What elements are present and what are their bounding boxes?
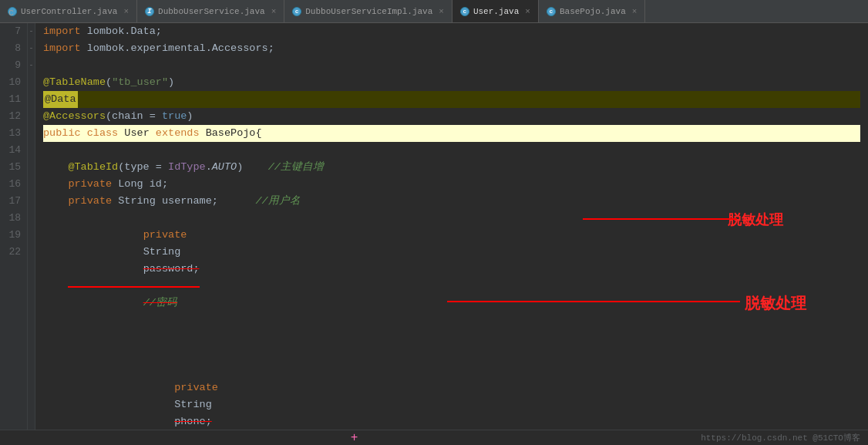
sensitivity-label: 脱敏处理 (728, 211, 783, 228)
strikethrough-line (68, 286, 199, 288)
code-line-7: import lombok.experimental.Accessors; (43, 40, 860, 57)
classname-basepojo: BasePojo{ (206, 125, 262, 142)
comment-username: //用户名 (255, 193, 300, 210)
classname-user: User (124, 125, 156, 142)
footer-url: https://blog.csdn.net @51CTO博客 (701, 432, 860, 443)
tab-icon-c4: c (547, 7, 556, 16)
gutter: - - - (28, 23, 35, 430)
tab-close[interactable]: × (439, 7, 444, 16)
tab-user-java[interactable]: c User.java × (453, 0, 539, 23)
tab-close[interactable]: × (123, 7, 129, 16)
code-line: import lombok.Data; (43, 23, 860, 40)
code-content[interactable]: import lombok.Data; import lombok.experi… (35, 23, 868, 430)
tab-dubbo-service[interactable]: I DubboUserService.java × (137, 0, 284, 23)
line-numbers: 7 8 9 10 11 12 13 14 15 16 17 18 19 22 (0, 23, 28, 430)
tab-close[interactable]: × (271, 7, 277, 16)
annotation-accessors: @Accessors (43, 108, 106, 125)
keyword: import (43, 40, 81, 57)
code-editor[interactable]: 7 8 9 10 11 12 13 14 15 16 17 18 19 22 (0, 23, 868, 445)
kw-public: public (43, 125, 87, 142)
tab-icon-c3: c (460, 7, 469, 16)
comment-pk: //主键自增 (268, 159, 324, 176)
code-line-12: public class User extends BasePojo{ (43, 125, 860, 142)
code-line-11: @Accessors(chain = true) (43, 108, 860, 125)
tab-label: UserController.java (21, 7, 117, 16)
editor-footer: + https://blog.csdn.net @51CTO博客 (0, 430, 868, 445)
kw-class: class (87, 125, 125, 142)
tab-user-controller[interactable]: c UserController.java × (0, 0, 137, 23)
tab-icon-i: I (145, 7, 154, 16)
code-line-14: @TableId (type = IdType . AUTO ) //主键自增 (43, 159, 860, 176)
code-area: 7 8 9 10 11 12 13 14 15 16 17 18 19 22 (0, 23, 868, 430)
code-line-13 (43, 142, 860, 159)
kw-extends: extends (156, 125, 206, 142)
tab-close[interactable]: × (525, 7, 530, 16)
code-line-9: @TableName("tb_user") (43, 74, 860, 91)
arrow-line (583, 217, 737, 221)
code-line-10: @Data (43, 91, 860, 108)
keyword-import: import (43, 23, 81, 40)
tab-bar: c UserController.java × I DubboUserServi… (0, 0, 868, 23)
tab-label: DubboUserServiceImpl.java (305, 7, 432, 16)
tab-label: User.java (473, 7, 519, 16)
kw-private: private (68, 176, 118, 193)
tab-icon-c: c (8, 7, 17, 16)
tab-close[interactable]: × (632, 7, 638, 16)
code-line-18: private String phone; //电话 (43, 362, 860, 430)
tab-icon-c2: c (292, 7, 301, 16)
code-line-16: private String username; //用户名 (43, 193, 860, 210)
plus-icon: + (351, 431, 358, 445)
editor-window: c UserController.java × I DubboUserServi… (0, 0, 868, 445)
annotation-data: @Data (43, 91, 78, 108)
tab-dubbo-impl[interactable]: c DubboUserServiceImpl.java × (284, 0, 453, 23)
tab-label: DubboUserService.java (158, 7, 265, 16)
code-line-8 (43, 57, 860, 74)
code-line-17: private String password; //密码 脱敏处理 (43, 210, 860, 362)
tab-label: BasePojo.java (560, 7, 626, 16)
code-line-15: private Long id; (43, 176, 860, 193)
annotation-tableid: @TableId (68, 159, 118, 176)
annotation-tablename: @TableName (43, 74, 106, 91)
tab-base-pojo[interactable]: c BasePojo.java × (539, 0, 645, 23)
